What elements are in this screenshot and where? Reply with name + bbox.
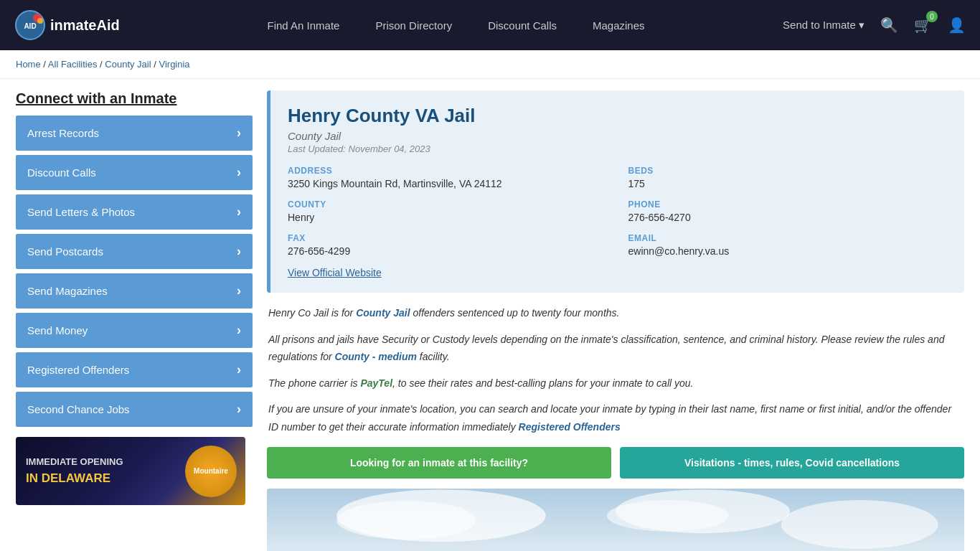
county-value: Henry <box>288 212 607 223</box>
sidebar-title: Connect with an Inmate <box>16 90 253 107</box>
facility-content: Henry County VA Jail County Jail Last Up… <box>267 90 964 551</box>
email-value: ewinn@co.henry.va.us <box>628 245 948 257</box>
facility-description: Henry Co Jail is for County Jail offende… <box>267 304 964 435</box>
main-layout: Connect with an Inmate Arrest Records › … <box>0 79 980 551</box>
paytel-link[interactable]: PayTel <box>360 377 392 389</box>
ad-line1: IMMEDIATE OPENING <box>26 455 123 469</box>
logo-icon: AID <box>14 9 46 41</box>
main-nav: Find An Inmate Prison Directory Discount… <box>143 19 768 32</box>
user-icon[interactable]: 👤 <box>948 17 966 34</box>
ad-line2: IN DELAWARE <box>26 469 123 488</box>
chevron-right-icon: › <box>237 283 241 298</box>
email-label: EMAIL <box>628 233 948 243</box>
logo-text: inmateAid <box>50 17 120 34</box>
search-icon[interactable]: 🔍 <box>880 17 898 34</box>
fax-label: FAX <box>288 233 607 243</box>
fax-field: FAX 276-656-4299 <box>288 233 607 257</box>
sidebar-item-send-letters[interactable]: Send Letters & Photos › <box>16 194 253 230</box>
header-right: Send to Inmate ▾ 🔍 🛒 0 👤 <box>783 17 966 34</box>
send-to-inmate-menu[interactable]: Send to Inmate ▾ <box>783 19 864 32</box>
svg-point-9 <box>781 500 938 549</box>
cart-icon[interactable]: 🛒 0 <box>914 17 932 34</box>
sidebar-item-label: Send Money <box>27 324 88 336</box>
sidebar-item-label: Registered Offenders <box>27 364 129 376</box>
description-para4: If you are unsure of your inmate's locat… <box>268 400 963 435</box>
facility-name: Henry County VA Jail <box>288 105 947 127</box>
chevron-right-icon: › <box>237 323 241 338</box>
county-jail-link[interactable]: County Jail <box>356 307 410 319</box>
nav-find-inmate[interactable]: Find An Inmate <box>268 19 340 32</box>
description-para1: Henry Co Jail is for County Jail offende… <box>268 304 963 322</box>
visitations-button[interactable]: Visitations - times, rules, Covid cancel… <box>620 447 964 479</box>
ad-content: IMMEDIATE OPENING IN DELAWARE <box>16 446 133 496</box>
chevron-right-icon: › <box>237 244 241 259</box>
svg-point-6 <box>336 501 476 539</box>
breadcrumb-county-jail[interactable]: County Jail <box>105 59 151 70</box>
phone-label: PHONE <box>628 199 948 209</box>
sidebar-item-send-magazines[interactable]: Send Magazines › <box>16 273 253 309</box>
facility-type: County Jail <box>288 130 947 142</box>
breadcrumb: Home / All Facilities / County Jail / Vi… <box>0 50 980 79</box>
address-label: ADDRESS <box>288 166 607 176</box>
sidebar-item-label: Arrest Records <box>27 127 99 139</box>
site-header: AID inmateAid Find An Inmate Prison Dire… <box>0 0 980 50</box>
sidebar-item-label: Second Chance Jobs <box>27 403 130 415</box>
official-link-container: View Official Website <box>288 267 947 278</box>
sidebar-item-send-postcards[interactable]: Send Postcards › <box>16 234 253 269</box>
phone-field: PHONE 276-656-4270 <box>628 199 948 223</box>
sidebar-ad[interactable]: IMMEDIATE OPENING IN DELAWARE Mountaire <box>16 437 245 505</box>
ad-logo-circle: Mountaire <box>185 446 237 497</box>
county-label: COUNTY <box>288 199 607 209</box>
email-field: EMAIL ewinn@co.henry.va.us <box>628 233 948 257</box>
sidebar-item-label: Send Postcards <box>27 245 103 258</box>
sidebar-item-discount-calls[interactable]: Discount Calls › <box>16 155 253 190</box>
sidebar-item-registered-offenders[interactable]: Registered Offenders › <box>16 352 253 387</box>
action-buttons: Looking for an inmate at this facility? … <box>267 447 964 479</box>
county-medium-link[interactable]: County - medium <box>335 351 417 362</box>
svg-point-8 <box>607 500 729 532</box>
beds-label: BEDS <box>628 166 948 176</box>
svg-point-3 <box>37 18 43 24</box>
sidebar-item-label: Send Letters & Photos <box>27 206 135 218</box>
nav-prison-directory[interactable]: Prison Directory <box>375 19 452 32</box>
chevron-right-icon: › <box>237 126 241 141</box>
official-website-link[interactable]: View Official Website <box>288 267 382 278</box>
sidebar-item-send-money[interactable]: Send Money › <box>16 313 253 348</box>
cart-badge: 0 <box>926 11 938 22</box>
breadcrumb-all-facilities[interactable]: All Facilities <box>48 59 98 70</box>
sidebar-item-second-chance-jobs[interactable]: Second Chance Jobs › <box>16 392 253 427</box>
sidebar-item-label: Send Magazines <box>27 285 108 297</box>
description-para2: All prisons and jails have Security or C… <box>268 331 963 366</box>
nav-magazines[interactable]: Magazines <box>593 19 645 32</box>
bottom-image-strip <box>267 489 964 551</box>
info-grid: ADDRESS 3250 Kings Mountain Rd, Martinsv… <box>288 166 947 257</box>
county-field: COUNTY Henry <box>288 199 607 223</box>
nav-discount-calls[interactable]: Discount Calls <box>488 19 557 32</box>
fax-value: 276-656-4299 <box>288 245 607 257</box>
facility-last-updated: Last Updated: November 04, 2023 <box>288 143 947 154</box>
svg-text:AID: AID <box>24 22 36 30</box>
chevron-right-icon: › <box>237 204 241 220</box>
sky-graphic <box>267 489 964 551</box>
ad-brand: Mountaire <box>191 464 231 479</box>
breadcrumb-home[interactable]: Home <box>16 59 41 70</box>
chevron-right-icon: › <box>237 402 241 417</box>
registered-offenders-link[interactable]: Registered Offenders <box>519 421 621 433</box>
beds-value: 175 <box>628 178 948 189</box>
sidebar-item-arrest-records[interactable]: Arrest Records › <box>16 116 253 151</box>
looking-for-inmate-button[interactable]: Looking for an inmate at this facility? <box>267 447 611 479</box>
chevron-right-icon: › <box>237 362 241 377</box>
logo[interactable]: AID inmateAid <box>14 9 129 41</box>
address-value: 3250 Kings Mountain Rd, Martinsville, VA… <box>288 178 607 189</box>
description-para3: The phone carrier is PayTel, to see thei… <box>268 375 963 392</box>
phone-value: 276-656-4270 <box>628 212 948 223</box>
chevron-right-icon: › <box>237 165 241 180</box>
address-field: ADDRESS 3250 Kings Mountain Rd, Martinsv… <box>288 166 607 189</box>
facility-card: Henry County VA Jail County Jail Last Up… <box>267 90 964 293</box>
sidebar: Connect with an Inmate Arrest Records › … <box>16 90 253 505</box>
breadcrumb-virginia[interactable]: Virginia <box>159 59 189 70</box>
sidebar-item-label: Discount Calls <box>27 166 96 179</box>
beds-field: BEDS 175 <box>628 166 948 189</box>
